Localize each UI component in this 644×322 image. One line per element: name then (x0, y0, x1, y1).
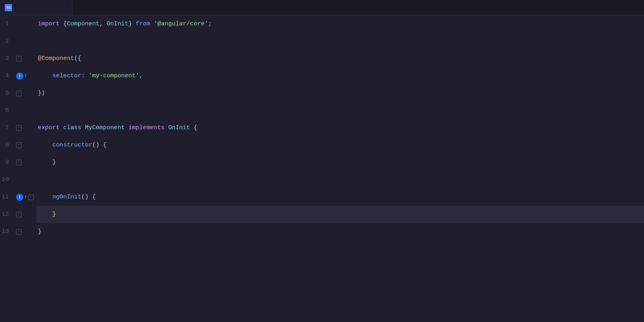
token: () (81, 194, 92, 200)
line-number: 9 (0, 159, 15, 166)
line-number: 7 (0, 124, 15, 131)
token: OnInit (168, 124, 194, 131)
token: }) (38, 90, 45, 97)
token: '@angular/core' (154, 21, 208, 27)
token: selector (38, 72, 81, 79)
line-number: 11 (0, 194, 15, 200)
token: } (38, 228, 41, 235)
token: Component (67, 21, 99, 27)
code-line: constructor() { (36, 136, 644, 154)
token: } (52, 211, 56, 218)
gutter-row: 8− (0, 136, 36, 154)
token: } (38, 159, 56, 166)
code-area[interactable]: import {Component, OnInit} from '@angula… (36, 15, 644, 322)
token: @Component (38, 55, 74, 62)
gutter-row: 5− (0, 85, 36, 102)
token: { (194, 124, 197, 131)
token: ; (208, 21, 212, 27)
fold-icon[interactable]: − (16, 125, 22, 131)
line-number: 6 (0, 107, 15, 114)
line-gutter: 123−4i↑5−67−8−9−1011i↑−12−13− (0, 15, 36, 322)
info-badge-icon[interactable]: i (16, 194, 23, 201)
token: from (136, 21, 154, 27)
fold-icon[interactable]: − (16, 91, 22, 96)
fold-icon[interactable]: − (16, 142, 22, 148)
token: import (38, 21, 63, 27)
gutter-row: 12− (0, 206, 36, 223)
line-number: 1 (0, 21, 15, 27)
fold-icon[interactable]: − (16, 160, 22, 165)
gutter-icons: − (15, 212, 36, 217)
token: , (139, 72, 143, 79)
token: } (128, 21, 136, 27)
up-arrow-icon[interactable]: ↑ (24, 73, 27, 79)
gutter-row: 10 (0, 171, 36, 188)
token (38, 211, 52, 218)
gutter-row: 4i↑ (0, 67, 36, 85)
code-line: }) (36, 85, 644, 102)
code-line (36, 102, 644, 119)
fold-icon[interactable]: − (16, 229, 22, 235)
file-tab[interactable]: TS (0, 0, 72, 15)
token: : (81, 72, 89, 79)
code-line: selector: 'my-component', (36, 67, 644, 85)
fold-icon[interactable]: − (16, 56, 22, 62)
tab-close-button[interactable] (66, 7, 67, 8)
code-line: } (36, 206, 644, 223)
line-number: 4 (0, 72, 15, 79)
gutter-icons: − (15, 91, 36, 96)
fold-icon[interactable]: − (28, 194, 34, 200)
gutter-row: 11i↑− (0, 188, 36, 206)
line-number: 5 (0, 90, 15, 97)
tab-bar: TS (0, 0, 644, 15)
token: implements (128, 124, 168, 131)
gutter-icons: − (15, 229, 36, 235)
gutter-row: 1 (0, 15, 36, 33)
code-line (36, 33, 644, 50)
token: ngOnInit (38, 194, 81, 200)
gutter-icons: i↑ (15, 72, 36, 80)
typescript-icon: TS (5, 4, 12, 11)
line-number: 13 (0, 228, 15, 235)
line-number: 2 (0, 38, 15, 45)
gutter-icons: − (15, 125, 36, 131)
gutter-icons: − (15, 160, 36, 165)
gutter-row: 9− (0, 154, 36, 171)
token: constructor (38, 142, 92, 149)
fold-icon[interactable]: − (16, 212, 22, 217)
token: class (63, 124, 85, 131)
gutter-row: 6 (0, 102, 36, 119)
gutter-row: 2 (0, 33, 36, 50)
code-line: @Component({ (36, 50, 644, 67)
gutter-icons: − (15, 142, 36, 148)
line-number: 12 (0, 211, 15, 218)
code-line: ngOnInit() { (36, 188, 644, 206)
line-number: 10 (0, 176, 15, 183)
token: 'my-component' (89, 72, 139, 79)
token: () { (92, 142, 107, 149)
gutter-icons: i↑− (15, 194, 36, 201)
token: , (99, 21, 107, 27)
code-line: } (36, 223, 644, 240)
line-number: 3 (0, 55, 15, 62)
code-line: import {Component, OnInit} from '@angula… (36, 15, 644, 33)
gutter-row: 3− (0, 50, 36, 67)
gutter-row: 7− (0, 119, 36, 136)
token: export (38, 124, 63, 131)
code-line (36, 171, 644, 188)
token: ({ (74, 55, 81, 62)
code-line: } (36, 154, 644, 171)
token: OnInit (107, 21, 128, 27)
up-arrow-icon[interactable]: ↑ (24, 194, 27, 200)
token: MyComponent (85, 124, 128, 131)
token: { (63, 21, 67, 27)
token: { (92, 194, 96, 200)
info-badge-icon[interactable]: i (16, 72, 23, 80)
gutter-row: 13− (0, 223, 36, 240)
editor: 123−4i↑5−67−8−9−1011i↑−12−13− import {Co… (0, 15, 644, 322)
line-number: 8 (0, 142, 15, 149)
code-line: export class MyComponent implements OnIn… (36, 119, 644, 136)
gutter-icons: − (15, 56, 36, 62)
